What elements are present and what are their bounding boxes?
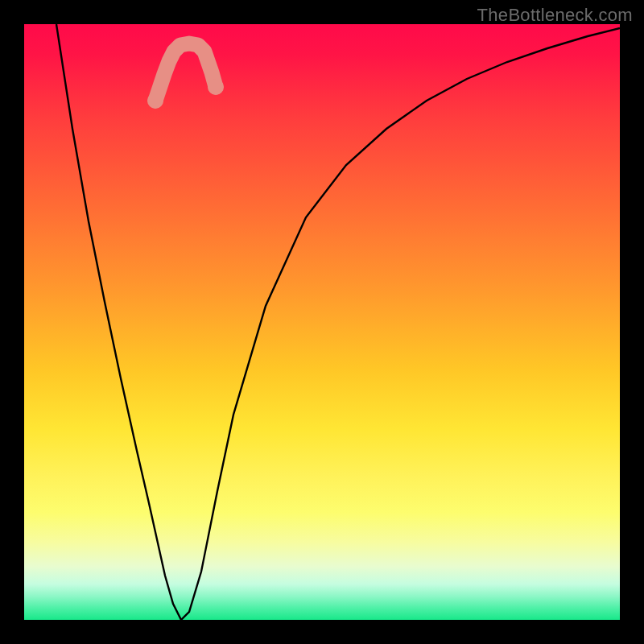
marker-cluster <box>147 43 224 109</box>
bottleneck-curve <box>56 24 620 620</box>
plot-area <box>24 24 620 620</box>
watermark-text: TheBottleneck.com <box>477 5 633 26</box>
chart-frame: TheBottleneck.com <box>0 0 644 644</box>
marker-blob <box>155 43 216 101</box>
marker-endpoint <box>147 93 163 109</box>
marker-endpoint <box>208 79 224 95</box>
curve-layer <box>24 24 620 620</box>
